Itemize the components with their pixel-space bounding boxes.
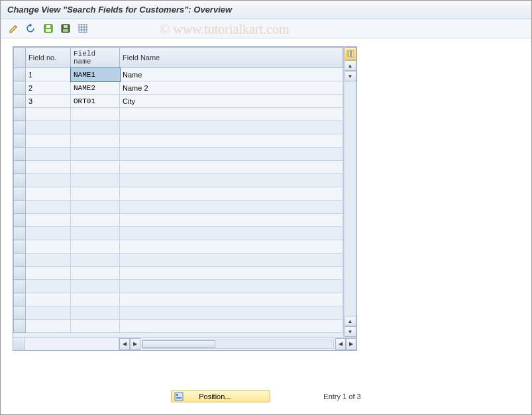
row-handle[interactable] [14, 161, 26, 174]
row-handle[interactable] [14, 134, 26, 148]
empty-cell[interactable] [71, 214, 120, 227]
row-handle[interactable] [14, 68, 26, 81]
table-row[interactable] [14, 108, 343, 121]
row-handle[interactable] [14, 306, 26, 320]
table-row[interactable] [14, 121, 343, 134]
empty-cell[interactable] [120, 121, 343, 134]
row-handle[interactable] [14, 240, 26, 254]
empty-cell[interactable] [120, 201, 343, 214]
table-row[interactable] [14, 267, 343, 280]
vscroll-track[interactable] [345, 81, 356, 316]
cell-field-desc[interactable]: Name 2 [120, 81, 343, 95]
empty-cell[interactable] [120, 214, 343, 227]
empty-cell[interactable] [71, 254, 120, 267]
empty-cell[interactable] [71, 174, 120, 187]
empty-cell[interactable] [26, 161, 71, 174]
empty-cell[interactable] [120, 280, 343, 293]
empty-cell[interactable] [26, 134, 71, 148]
cell-field-no[interactable]: 1 [26, 68, 71, 81]
hscroll-right-icon[interactable]: ▶ [130, 338, 140, 350]
row-handle[interactable] [14, 95, 26, 108]
cell-field-name[interactable]: ORT01 [71, 95, 120, 108]
table-config-icon[interactable] [345, 47, 356, 60]
row-handle[interactable] [14, 320, 26, 333]
empty-cell[interactable] [71, 108, 120, 121]
table-row[interactable] [14, 306, 343, 320]
row-handle[interactable] [14, 81, 26, 95]
hscroll-left-icon[interactable]: ◀ [119, 338, 130, 350]
empty-cell[interactable] [26, 306, 71, 320]
row-handle[interactable] [14, 108, 26, 121]
hscroll-right-end-icon[interactable]: ▶ [346, 338, 356, 350]
row-handle[interactable] [14, 254, 26, 267]
empty-cell[interactable] [26, 280, 71, 293]
empty-cell[interactable] [120, 320, 343, 333]
save-dark-icon[interactable] [59, 22, 72, 35]
table-row[interactable] [14, 161, 343, 174]
scroll-down-bottom-icon[interactable]: ▼ [345, 326, 356, 337]
row-handle[interactable] [14, 227, 26, 240]
table-row[interactable] [14, 280, 343, 293]
table-row[interactable] [14, 293, 343, 306]
empty-cell[interactable] [71, 134, 120, 148]
hscroll-thumb[interactable] [142, 340, 215, 348]
empty-cell[interactable] [26, 227, 71, 240]
cell-field-desc[interactable]: Name [120, 68, 343, 81]
empty-cell[interactable] [71, 148, 120, 161]
hscroll-track[interactable] [142, 340, 334, 349]
empty-cell[interactable] [120, 108, 343, 121]
table-row[interactable] [14, 201, 343, 214]
table-row[interactable] [14, 320, 343, 333]
empty-cell[interactable] [26, 187, 71, 201]
table-row[interactable] [14, 187, 343, 201]
empty-cell[interactable] [120, 187, 343, 201]
empty-cell[interactable] [26, 201, 71, 214]
empty-cell[interactable] [120, 306, 343, 320]
empty-cell[interactable] [71, 121, 120, 134]
edit-icon[interactable] [7, 22, 21, 35]
empty-cell[interactable] [26, 174, 71, 187]
row-handle[interactable] [14, 121, 26, 134]
empty-cell[interactable] [26, 293, 71, 306]
row-handle[interactable] [14, 148, 26, 161]
hscroll-left-end-icon[interactable]: ◀ [335, 338, 346, 350]
table-row[interactable] [14, 174, 343, 187]
empty-cell[interactable] [26, 214, 71, 227]
table-row[interactable] [14, 227, 343, 240]
cell-field-name[interactable]: NAME2 [71, 81, 120, 95]
empty-cell[interactable] [120, 267, 343, 280]
scroll-down-icon[interactable]: ▼ [345, 71, 356, 81]
empty-cell[interactable] [71, 306, 120, 320]
cell-field-no[interactable]: 3 [26, 95, 71, 108]
empty-cell[interactable] [71, 227, 120, 240]
table-row[interactable] [14, 148, 343, 161]
table-row[interactable] [14, 214, 343, 227]
row-handle-header[interactable] [14, 48, 26, 68]
table-row[interactable] [14, 134, 343, 148]
position-button[interactable]: Position... [171, 391, 270, 402]
table-row[interactable]: 2NAME2Name 2 [14, 81, 343, 95]
undo-icon[interactable] [25, 22, 38, 35]
save-green-icon[interactable] [42, 22, 55, 35]
empty-cell[interactable] [26, 320, 71, 333]
col-header-no[interactable]: Field no. [26, 48, 71, 68]
table-row[interactable]: 3ORT01City [14, 95, 343, 108]
empty-cell[interactable] [26, 267, 71, 280]
empty-cell[interactable] [26, 254, 71, 267]
grid-icon[interactable] [76, 22, 89, 35]
empty-cell[interactable] [71, 187, 120, 201]
empty-cell[interactable] [26, 121, 71, 134]
row-handle[interactable] [14, 293, 26, 306]
col-header-fname[interactable]: Field name [71, 48, 120, 68]
empty-cell[interactable] [120, 240, 343, 254]
table-row[interactable]: 1NAME1Name [14, 68, 343, 81]
row-handle[interactable] [14, 267, 26, 280]
row-handle[interactable] [14, 201, 26, 214]
empty-cell[interactable] [71, 267, 120, 280]
row-handle[interactable] [14, 214, 26, 227]
row-handle[interactable] [14, 280, 26, 293]
cell-field-desc[interactable]: City [120, 95, 343, 108]
empty-cell[interactable] [120, 227, 343, 240]
empty-cell[interactable] [26, 108, 71, 121]
table-row[interactable] [14, 240, 343, 254]
